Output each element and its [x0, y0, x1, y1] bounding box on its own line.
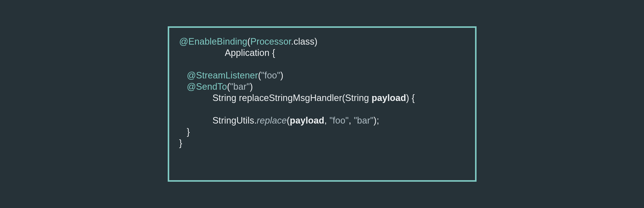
paren: (: [258, 70, 261, 80]
annotation: @SendTo: [187, 81, 227, 92]
string-literal: "foo": [329, 115, 349, 126]
annotation: @EnableBinding: [179, 36, 248, 47]
text: ,: [324, 115, 329, 126]
indent: [179, 70, 187, 80]
code-block: @EnableBinding(Processor.class) Applicat…: [179, 36, 465, 149]
param-name: payload: [372, 93, 406, 103]
code-snippet-box: @EnableBinding(Processor.class) Applicat…: [168, 26, 477, 182]
string-literal: "bar": [354, 115, 374, 126]
annotation: @StreamListener: [187, 70, 258, 80]
brace: }: [179, 138, 182, 148]
string-literal: "bar": [230, 81, 250, 92]
indent: [179, 81, 187, 92]
text: ,: [349, 115, 354, 126]
paren: (: [287, 115, 290, 126]
param-name: payload: [290, 115, 324, 126]
text: ) {: [406, 93, 415, 103]
brace: }: [187, 127, 190, 137]
indent: [179, 93, 213, 103]
text: .class): [291, 36, 317, 47]
indent: [179, 115, 213, 126]
paren: ): [280, 70, 283, 80]
text: );: [374, 115, 379, 126]
paren: ): [250, 81, 253, 92]
indent: [179, 127, 187, 137]
text: String replaceStringMsgHandler(String: [212, 93, 372, 103]
text: StringUtils.: [212, 115, 257, 126]
type-name: Processor: [250, 36, 291, 47]
string-literal: "foo": [261, 70, 280, 80]
paren: (: [227, 81, 230, 92]
indent: [179, 48, 225, 58]
paren: (: [247, 36, 250, 47]
text: Application {: [225, 48, 275, 58]
method-name: replace: [257, 115, 287, 126]
